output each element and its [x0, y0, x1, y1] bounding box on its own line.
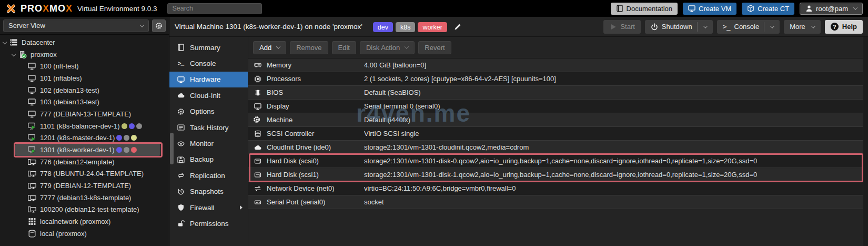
- tab-monitor[interactable]: Monitor: [169, 135, 248, 151]
- tree-item-label: 779 (DEBIAN-12-TEMPLATE): [40, 182, 131, 190]
- hardware-row-label: Hard Disk (scsi1): [262, 171, 364, 179]
- tab-backup[interactable]: Backup: [169, 152, 248, 168]
- hardware-row-machine[interactable]: MachineDefault (i440fx): [248, 113, 868, 127]
- remove-button[interactable]: Remove: [290, 41, 328, 54]
- chevron-down-icon: [853, 5, 857, 9]
- tree-item-100[interactable]: 100 (nft-test): [0, 60, 169, 72]
- edit-tags-icon[interactable]: [454, 23, 461, 31]
- hardware-row-cloudinit-drive-ide0[interactable]: CloudInit Drive (ide0)storage2:1301/vm-1…: [248, 141, 868, 154]
- annotated-disk-group: Hard Disk (scsi0)storage2:1301/vm-1301-d…: [248, 154, 868, 182]
- proxmox-logo[interactable]: PROXMOX Virtual Environment 9.0.3: [5, 3, 157, 14]
- tree-item-datacenter[interactable]: Datacenter: [0, 36, 169, 48]
- hardware-row-scsi-controller[interactable]: SCSI ControllerVirtIO SCSI single: [248, 127, 868, 141]
- tab-cloud-init[interactable]: Cloud-Init: [169, 87, 248, 103]
- revert-button[interactable]: Revert: [418, 41, 451, 54]
- expand-chevron-icon[interactable]: [3, 40, 7, 44]
- disk-action-button[interactable]: Disk Action: [360, 41, 415, 54]
- hardware-row-hard-disk-scsi1[interactable]: Hard Disk (scsi1)storage2:1301/vm-1301-d…: [248, 168, 868, 182]
- tab-task-history[interactable]: Task History: [169, 120, 248, 135]
- tag-dot: [122, 123, 127, 129]
- console-button[interactable]: >_Console: [717, 20, 780, 34]
- view-mode-select[interactable]: Server View: [3, 19, 149, 32]
- tag-dot: [131, 135, 137, 141]
- tree-item-779[interactable]: 779 (DEBIAN-12-TEMPLATE): [0, 180, 169, 192]
- tree-item-1101[interactable]: 1101 (k8s-balancer-dev-1): [0, 120, 169, 132]
- cloud-drive-icon: [253, 144, 262, 151]
- tab-permissions[interactable]: Permissions: [169, 215, 248, 231]
- tree-item-103[interactable]: 103 (debian13-test): [0, 96, 169, 108]
- edit-button[interactable]: Edit: [332, 41, 356, 54]
- hardware-table: Memory4.00 GiB [balloon=0]Processors2 (1…: [248, 58, 868, 209]
- hardware-row-display[interactable]: DisplaySerial terminal 0 (serial0): [248, 100, 868, 113]
- chevron-down-icon: [770, 24, 774, 28]
- tree-item-label: proxmox: [31, 51, 57, 58]
- hardware-row-network-device-net0[interactable]: Network Device (net0)virtio=BC:24:11:50:…: [248, 182, 868, 195]
- tree-item-label: 778 (UBUNTU-24.04-TEMPLATE): [40, 170, 144, 178]
- memory-icon: [253, 62, 262, 69]
- vm-stopped-icon: [28, 86, 36, 94]
- add-label: Add: [259, 44, 271, 52]
- hardware-row-label: Processors: [262, 75, 364, 83]
- hardware-row-memory[interactable]: Memory4.00 GiB [balloon=0]: [248, 58, 868, 72]
- tree-item-102[interactable]: 102 (debian13-test): [0, 84, 169, 96]
- documentation-button[interactable]: Documentation: [611, 3, 678, 15]
- user-menu-button[interactable]: root@pam: [800, 3, 863, 15]
- tree-item-776[interactable]: 776 (debian12-template): [0, 156, 169, 168]
- tree-item-778[interactable]: 778 (UBUNTU-24.04-TEMPLATE): [0, 168, 169, 180]
- tree-item-label: localnetwork (proxmox): [40, 218, 110, 225]
- hardware-row-serial-port-serial0[interactable]: Serial Port (serial0)socket: [248, 195, 868, 209]
- hardware-toolbar: AddRemoveEditDisk ActionRevert: [248, 37, 868, 58]
- vm-template-icon: [28, 158, 36, 166]
- chip-icon: [253, 89, 262, 96]
- more-button[interactable]: More: [784, 20, 821, 34]
- tree-scrollbar-thumb[interactable]: [170, 133, 174, 164]
- tag-dot: [136, 123, 142, 129]
- tree-item-proxmox[interactable]: proxmox: [0, 48, 169, 61]
- tree-item-1201[interactable]: 1201 (k8s-master-dev-1): [0, 132, 169, 144]
- tab-firewall[interactable]: Firewall: [169, 200, 248, 215]
- tab-console[interactable]: >_Console: [169, 55, 248, 71]
- tab-summary[interactable]: Summary: [169, 40, 248, 55]
- view-mode-label: Server View: [8, 22, 45, 29]
- shutdown-button[interactable]: Shutdown: [645, 20, 713, 34]
- tree-item-101[interactable]: 101 (nftables): [0, 72, 169, 84]
- tree-item-label: 7777 (debian13-k8s-template): [40, 194, 131, 202]
- hardware-row-value: 4.00 GiB [balloon=0]: [364, 61, 426, 69]
- main-area: Server View Datacenterproxmox100 (nft-te…: [0, 17, 868, 246]
- tree-item-label: 1101 (k8s-balancer-dev-1): [40, 122, 120, 130]
- hardware-row-hard-disk-scsi0[interactable]: Hard Disk (scsi0)storage2:1301/vm-1301-d…: [248, 154, 868, 168]
- question-icon: ?: [831, 23, 839, 31]
- hardware-row-value: Default (SeaBIOS): [364, 88, 421, 96]
- tree-settings-button[interactable]: [152, 19, 166, 32]
- create-vm-button[interactable]: Create VM: [683, 3, 736, 15]
- hardware-row-processors[interactable]: Processors2 (1 sockets, 2 cores) [cputyp…: [248, 72, 868, 86]
- tree-item-label: 1201 (k8s-master-dev-1): [40, 134, 115, 142]
- tree-item-777[interactable]: 777 (DEBIAN-13-TEMPLATE): [0, 108, 169, 120]
- chevron-down-icon: [276, 44, 280, 48]
- help-button[interactable]: ?Help: [825, 20, 863, 34]
- hdd-icon: [253, 158, 262, 165]
- hardware-row-value: virtio=BC:24:11:50:A9:6C,bridge=vmbr0,fi…: [364, 184, 516, 192]
- expand-chevron-icon[interactable]: [12, 52, 16, 56]
- tree-item-7777[interactable]: 7777 (debian13-k8s-template): [0, 192, 169, 204]
- hardware-row-label: Display: [262, 102, 364, 110]
- create-ct-button[interactable]: Create CT: [742, 3, 794, 15]
- hardware-row-bios[interactable]: BIOSDefault (SeaBIOS): [248, 86, 868, 100]
- search-input[interactable]: [167, 3, 262, 14]
- tree-item-local[interactable]: local (proxmox): [0, 228, 169, 240]
- tree-item-100200[interactable]: 100200 (debian12-test-template): [0, 204, 169, 216]
- tree-item-1301[interactable]: 1301 (k8s-worker-dev-1): [0, 144, 169, 156]
- node-icon: [18, 51, 27, 58]
- chevron-down-icon: [405, 44, 409, 48]
- table-scrollbar[interactable]: [863, 37, 868, 246]
- tree-item-localnetwork[interactable]: localnetwork (proxmox): [0, 215, 169, 228]
- start-button[interactable]: Start: [603, 20, 640, 34]
- tag-dot: [131, 147, 137, 153]
- tab-snapshots[interactable]: Snapshots: [169, 184, 248, 200]
- tab-options[interactable]: Options: [169, 104, 248, 120]
- tab-hardware[interactable]: Hardware: [169, 72, 248, 87]
- nav-item-label: Cloud-Init: [190, 92, 220, 100]
- tab-replication[interactable]: Replication: [169, 168, 248, 183]
- nav-item-label: Hardware: [190, 75, 221, 83]
- add-button[interactable]: Add: [253, 41, 286, 54]
